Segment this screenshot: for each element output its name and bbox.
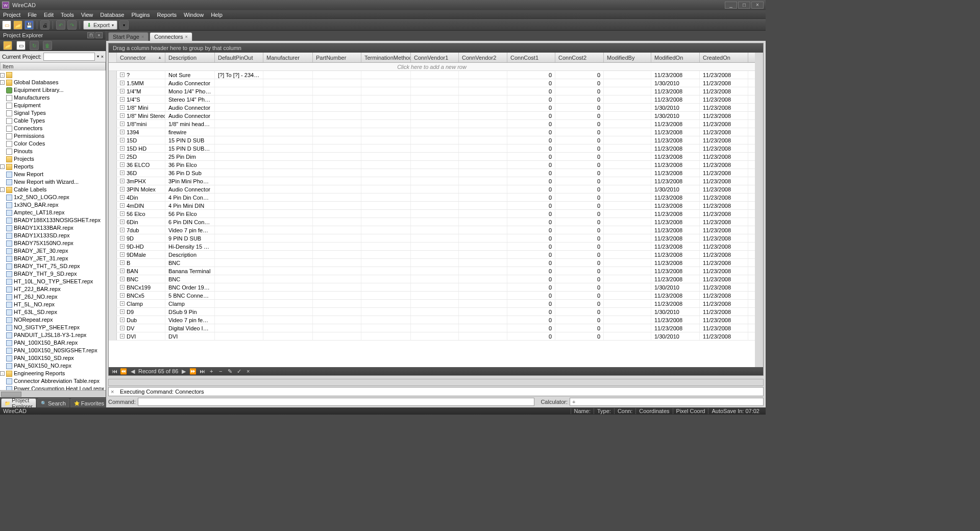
- cell[interactable]: [215, 136, 263, 144]
- cell[interactable]: [604, 251, 651, 258]
- cell[interactable]: +36D: [117, 169, 165, 177]
- row-expand-icon[interactable]: +: [120, 252, 125, 257]
- cell[interactable]: 0: [555, 185, 604, 193]
- current-project-combo[interactable]: [43, 53, 95, 61]
- menu-view[interactable]: View: [81, 12, 93, 18]
- menu-window[interactable]: Window: [184, 12, 204, 18]
- cell[interactable]: [263, 283, 313, 291]
- cell[interactable]: [604, 194, 651, 201]
- nav-remove-icon[interactable]: −: [217, 368, 224, 374]
- cell[interactable]: [215, 226, 263, 234]
- column-header[interactable]: CreatedOn: [700, 53, 748, 62]
- expand-icon[interactable]: -: [0, 371, 5, 376]
- row-expand-icon[interactable]: +: [120, 146, 125, 151]
- cell[interactable]: +3mPHX: [117, 177, 165, 185]
- cell[interactable]: 11/23/2008: [651, 128, 700, 136]
- cell[interactable]: 11/23/2008: [700, 316, 748, 324]
- row-expand-icon[interactable]: +: [120, 220, 125, 224]
- cell[interactable]: [361, 161, 411, 168]
- minimize-button[interactable]: _: [725, 2, 737, 9]
- cell[interactable]: [263, 332, 313, 340]
- table-row[interactable]: +ClampClamp0011/23/200811/23/2008: [109, 300, 755, 308]
- cell[interactable]: 11/23/2008: [651, 87, 700, 95]
- cell[interactable]: BNC: [165, 275, 215, 283]
- cell[interactable]: 11/23/2008: [700, 308, 748, 316]
- cell[interactable]: 4 Pin Mini DIN: [165, 202, 215, 209]
- cell[interactable]: 0: [555, 177, 604, 185]
- row-expand-icon[interactable]: +: [120, 260, 125, 265]
- row-expand-icon[interactable]: +: [120, 211, 125, 216]
- tree-node[interactable]: -: [0, 71, 106, 79]
- menu-edit[interactable]: Edit: [44, 12, 54, 18]
- tree-node[interactable]: HT_22J_BAR.repx: [0, 285, 106, 293]
- cell[interactable]: 0: [555, 324, 604, 332]
- row-expand-icon[interactable]: +: [120, 187, 125, 191]
- cell[interactable]: [459, 234, 507, 242]
- tree-node[interactable]: New Report with Wizard...: [0, 178, 106, 186]
- cell[interactable]: [313, 275, 361, 283]
- cell[interactable]: [411, 218, 459, 226]
- cell[interactable]: [313, 210, 361, 218]
- tree-node[interactable]: NORepeat.repx: [0, 316, 106, 324]
- cell[interactable]: [215, 210, 263, 218]
- cell[interactable]: Stereo 1/4" Phone: [165, 95, 215, 103]
- cell[interactable]: 11/23/2008: [651, 136, 700, 144]
- cell[interactable]: [411, 120, 459, 128]
- cell[interactable]: 0: [507, 169, 555, 177]
- cell[interactable]: [215, 292, 263, 299]
- row-expand-icon[interactable]: +: [120, 277, 125, 281]
- cell[interactable]: [411, 267, 459, 275]
- cell[interactable]: 11/23/2008: [700, 300, 748, 307]
- cell[interactable]: [215, 169, 263, 177]
- nav-check-icon[interactable]: ✓: [235, 368, 242, 374]
- command-input[interactable]: [138, 398, 535, 406]
- cell[interactable]: [459, 300, 507, 307]
- cell[interactable]: 0: [555, 161, 604, 168]
- cell[interactable]: +1/8" Mini Stereo: [117, 112, 165, 119]
- cell[interactable]: [361, 144, 411, 152]
- nav-prevpage-icon[interactable]: ⏪: [120, 368, 127, 374]
- table-row[interactable]: +DVDigital Video Interface0011/23/200811…: [109, 324, 755, 332]
- cell[interactable]: 15 PIN D SUB HIGH D...: [165, 144, 215, 152]
- column-header[interactable]: ModifiedBy: [604, 53, 651, 62]
- cell[interactable]: DVI: [165, 332, 215, 340]
- cell[interactable]: [459, 243, 507, 250]
- cell[interactable]: [263, 210, 313, 218]
- table-row[interactable]: +DubVideo 7 pin female0011/23/200811/23/…: [109, 316, 755, 324]
- cell[interactable]: [411, 136, 459, 144]
- table-row[interactable]: +9D-HDHi-Density 15 pin DB90011/23/20081…: [109, 243, 755, 251]
- cell[interactable]: [?] To [?] - 234 - 255...: [215, 71, 263, 79]
- tree-node[interactable]: BRADY75X150NO.repx: [0, 239, 106, 247]
- cell[interactable]: Clamp: [165, 300, 215, 307]
- row-expand-icon[interactable]: +: [120, 89, 125, 93]
- cell[interactable]: 0: [507, 251, 555, 258]
- cell[interactable]: [263, 144, 313, 152]
- cell[interactable]: [313, 234, 361, 242]
- cell[interactable]: [215, 316, 263, 324]
- cell[interactable]: [604, 177, 651, 185]
- table-row[interactable]: +1/4"SStereo 1/4" Phone0011/23/200811/23…: [109, 95, 755, 104]
- cell[interactable]: [263, 194, 313, 201]
- expand-icon[interactable]: -: [0, 73, 5, 78]
- cell[interactable]: 0: [507, 87, 555, 95]
- dropdown-icon[interactable]: ▾: [97, 54, 99, 59]
- cell[interactable]: [459, 161, 507, 168]
- cell[interactable]: [411, 87, 459, 95]
- cell[interactable]: 11/23/2008: [700, 275, 748, 283]
- cell[interactable]: 1/30/2010: [651, 308, 700, 316]
- cell[interactable]: [313, 218, 361, 226]
- row-expand-icon[interactable]: +: [120, 318, 125, 322]
- table-row[interactable]: +7dubVideo 7 pin female0011/23/200811/23…: [109, 226, 755, 234]
- cell[interactable]: 11/23/2008: [700, 153, 748, 160]
- cell[interactable]: 9 PIN D SUB: [165, 234, 215, 242]
- cell[interactable]: [313, 144, 361, 152]
- cell[interactable]: [313, 177, 361, 185]
- cell[interactable]: 0: [555, 194, 604, 201]
- cell[interactable]: [263, 202, 313, 209]
- cell[interactable]: [215, 234, 263, 242]
- cell[interactable]: 0: [555, 120, 604, 128]
- tree-node[interactable]: PANDUIT_LJSL18-Y3-1.repx: [0, 331, 106, 339]
- cell[interactable]: 0: [507, 177, 555, 185]
- cell[interactable]: 0: [507, 332, 555, 340]
- nav-first-icon[interactable]: ⏮: [111, 368, 118, 374]
